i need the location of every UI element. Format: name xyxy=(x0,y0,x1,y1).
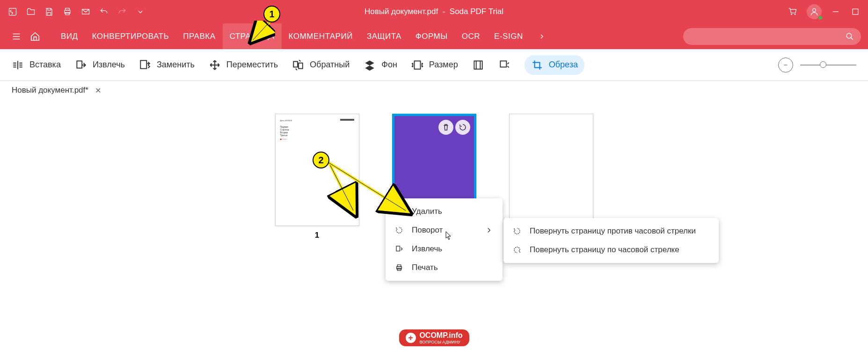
svg-point-5 xyxy=(813,8,816,12)
svg-rect-6 xyxy=(853,9,858,15)
tool-watermark[interactable] xyxy=(498,59,511,71)
svg-point-7 xyxy=(846,33,852,38)
undo-icon[interactable] xyxy=(98,6,109,17)
cart-icon[interactable] xyxy=(787,6,798,17)
svg-rect-11 xyxy=(299,63,303,68)
page-toolbar: Вставка Извлечь Заменить Переместить Обр… xyxy=(0,49,868,81)
titlebar: Новый документ.pdf - Soda PDF Trial xyxy=(0,0,868,23)
menubar: ВИД КОНВЕРТИРОВАТЬ ПРАВКА СТРАНИЦА КОММЕ… xyxy=(0,23,868,49)
menu-page[interactable]: СТРАНИЦА xyxy=(223,23,282,50)
home-icon[interactable] xyxy=(26,27,44,46)
page-thumb-3[interactable] xyxy=(509,114,593,320)
callout-1: 1 xyxy=(263,6,280,22)
menu-esign[interactable]: E-SIGN xyxy=(487,23,530,50)
tab-close-icon[interactable]: ✕ xyxy=(94,86,102,95)
svg-rect-15 xyxy=(396,246,400,251)
sub-rotate-ccw[interactable]: Повернуть страницу против часовой стрелк… xyxy=(503,222,719,241)
page-delete-icon[interactable] xyxy=(438,120,453,135)
tool-replace[interactable]: Заменить xyxy=(139,59,195,71)
tool-insert[interactable]: Вставка xyxy=(12,59,61,71)
zoom-thumb[interactable] xyxy=(820,61,826,68)
svg-rect-8 xyxy=(77,61,82,68)
svg-rect-2 xyxy=(66,8,69,10)
svg-rect-10 xyxy=(293,61,298,67)
zoom-out-button[interactable] xyxy=(778,58,793,73)
ctx-delete[interactable]: Удалить xyxy=(386,202,503,221)
tool-move[interactable]: Переместить xyxy=(209,59,278,71)
rotate-icon xyxy=(395,226,403,234)
minimize-icon[interactable] xyxy=(830,6,841,17)
rotate-ccw-icon xyxy=(513,227,521,235)
open-icon[interactable] xyxy=(25,6,36,17)
menu-view[interactable]: ВИД xyxy=(54,23,85,50)
document-tab[interactable]: Новый документ.pdf* ✕ xyxy=(7,83,107,98)
menu-ocr[interactable]: OCR xyxy=(455,23,487,50)
hamburger-icon[interactable] xyxy=(7,27,26,46)
tool-background[interactable]: Фон xyxy=(364,59,397,71)
mail-icon[interactable] xyxy=(80,6,91,17)
rotate-cw-icon xyxy=(513,246,521,254)
svg-rect-9 xyxy=(140,60,146,68)
svg-rect-12 xyxy=(414,61,420,69)
account-icon[interactable] xyxy=(807,4,822,19)
extract-icon xyxy=(395,245,403,253)
menu-convert[interactable]: КОНВЕРТИРОВАТЬ xyxy=(85,23,176,50)
print-icon xyxy=(395,263,403,272)
mouse-cursor xyxy=(445,231,452,241)
chevron-right-icon xyxy=(485,226,493,234)
main-menu: ВИД КОНВЕРТИРОВАТЬ ПРАВКА СТРАНИЦА КОММЕ… xyxy=(54,23,530,50)
menu-edit[interactable]: ПРАВКА xyxy=(176,23,222,50)
svg-rect-3 xyxy=(66,13,69,15)
menu-more-icon[interactable] xyxy=(535,33,549,40)
trash-icon xyxy=(395,207,403,216)
svg-rect-18 xyxy=(397,269,401,271)
svg-rect-14 xyxy=(500,61,506,67)
sub-rotate-cw[interactable]: Повернуть страницу по часовой стрелке xyxy=(503,241,719,259)
menu-protect[interactable]: ЗАЩИТА xyxy=(360,23,408,50)
watermark: + OСOMP.infoВОПРОСЫ АДМИНУ xyxy=(399,329,469,346)
tool-extract[interactable]: Извлечь xyxy=(75,59,125,71)
tool-size[interactable]: Размер xyxy=(411,59,458,71)
rotate-submenu: Повернуть страницу против часовой стрелк… xyxy=(503,218,719,263)
maximize-icon[interactable] xyxy=(850,6,861,17)
svg-rect-17 xyxy=(397,265,401,267)
menu-forms[interactable]: ФОРМЫ xyxy=(408,23,455,50)
ctx-print[interactable]: Печать xyxy=(386,258,503,277)
dropdown-icon[interactable] xyxy=(135,6,146,17)
tool-crop[interactable]: Обреза xyxy=(525,55,584,75)
callout-2: 2 xyxy=(313,152,329,168)
context-menu: Удалить Поворот Извлечь Печать xyxy=(386,198,503,281)
redo-icon[interactable] xyxy=(117,6,128,17)
ctx-rotate[interactable]: Поворот xyxy=(386,221,503,240)
svg-rect-13 xyxy=(474,61,482,69)
plus-icon: + xyxy=(405,333,416,343)
ctx-extract[interactable]: Извлечь xyxy=(386,240,503,258)
search-input[interactable] xyxy=(683,28,861,45)
tabbar: Новый документ.pdf* ✕ xyxy=(0,81,868,100)
quick-access-toolbar xyxy=(7,6,146,17)
page-number: 1 xyxy=(315,231,319,240)
page-rotate-icon[interactable] xyxy=(455,120,470,135)
save-icon[interactable] xyxy=(44,6,55,17)
page-thumb-1[interactable]: Дата 4/2/2023 ПерваяСтрочкаВтораяТретья … xyxy=(275,114,359,320)
tool-reverse[interactable]: Обратный xyxy=(292,59,350,71)
titlebar-right xyxy=(787,4,861,19)
app-logo-icon[interactable] xyxy=(7,6,18,17)
zoom-slider[interactable] xyxy=(800,65,856,66)
tab-label: Новый документ.pdf* xyxy=(12,86,88,95)
tool-margins[interactable] xyxy=(472,59,484,71)
menu-comment[interactable]: КОММЕНТАРИЙ xyxy=(282,23,360,50)
search-icon xyxy=(846,32,854,41)
zoom-control xyxy=(778,58,856,73)
window-title: Новый документ.pdf - Soda PDF Trial xyxy=(365,7,503,16)
print-icon[interactable] xyxy=(62,6,73,17)
